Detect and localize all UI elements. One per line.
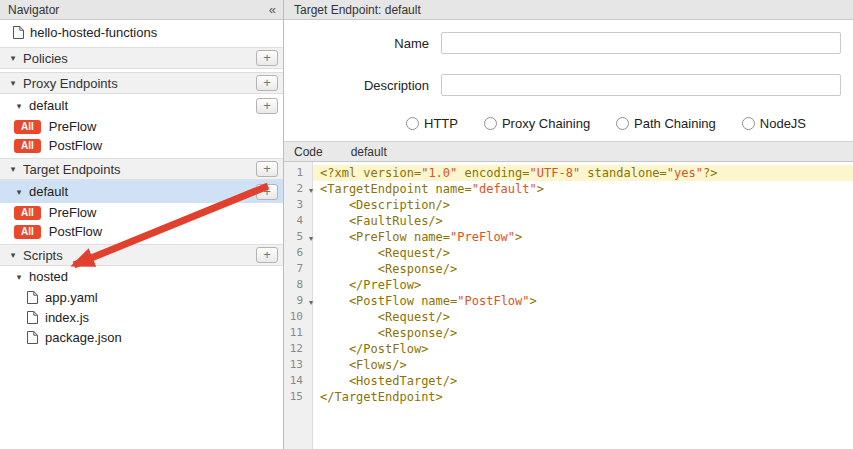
code-line-12[interactable]: 12 </PostFlow> — [284, 341, 853, 357]
section-header-target-endpoints[interactable]: ▾Target Endpoints+ — [0, 158, 283, 180]
code-line-5[interactable]: 5▾ <PreFlow name="PreFlow"> — [284, 229, 853, 245]
line-number: 8 — [284, 277, 313, 293]
collapse-panel-icon[interactable]: « — [269, 2, 275, 17]
code-line-2[interactable]: 2▾<TargetEndpoint name="default"> — [284, 181, 853, 197]
proxy-bundle-item[interactable]: hello-hosted-functions — [0, 20, 283, 44]
endpoint-label: default — [29, 98, 68, 113]
code-text: <HostedTarget/> — [313, 373, 853, 389]
add-flow-button[interactable]: + — [256, 184, 278, 200]
code-text: <Request/> — [313, 309, 853, 325]
code-text: <Request/> — [313, 245, 853, 261]
section-label: Proxy Endpoints — [23, 76, 118, 91]
disclosure-triangle-icon[interactable]: ▾ — [14, 272, 24, 282]
radio-button-icon — [742, 117, 755, 130]
endpoint-form: Name Description HTTPProxy ChainingPath … — [284, 20, 853, 141]
section-label: Target Endpoints — [23, 162, 121, 177]
code-text: <PostFlow name="PostFlow"> — [313, 293, 853, 309]
radio-http[interactable]: HTTP — [406, 116, 458, 131]
radio-proxy-chaining[interactable]: Proxy Chaining — [484, 116, 590, 131]
folder-label: hosted — [29, 269, 68, 284]
radio-label: Proxy Chaining — [502, 116, 590, 131]
detail-panel: Target Endpoint: default Name Descriptio… — [284, 0, 853, 449]
code-line-14[interactable]: 14 <HostedTarget/> — [284, 373, 853, 389]
disclosure-triangle-icon[interactable]: ▾ — [8, 53, 18, 63]
line-number: 11 — [284, 325, 313, 341]
radio-path-chaining[interactable]: Path Chaining — [616, 116, 716, 131]
section-header-scripts[interactable]: ▾Scripts+ — [0, 244, 283, 266]
line-number: 10 — [284, 309, 313, 325]
flow-label: PostFlow — [49, 224, 102, 239]
flow-condition-badge: All — [14, 225, 41, 239]
endpoint-item-default[interactable]: ▾default+ — [0, 94, 283, 117]
flow-label: PreFlow — [49, 205, 97, 220]
section-header-proxy-endpoints[interactable]: ▾Proxy Endpoints+ — [0, 72, 283, 94]
code-line-6[interactable]: 6 <Request/> — [284, 245, 853, 261]
code-line-1[interactable]: 1<?xml version="1.0" encoding="UTF-8" st… — [284, 165, 853, 181]
line-number: 2▾ — [284, 181, 313, 197]
code-text: <PreFlow name="PreFlow"> — [313, 229, 853, 245]
file-name: index.js — [45, 310, 89, 325]
disclosure-triangle-icon[interactable]: ▾ — [8, 250, 18, 260]
line-number: 13 — [284, 357, 313, 373]
disclosure-triangle-icon[interactable]: ▾ — [14, 187, 24, 197]
disclosure-triangle-icon[interactable]: ▾ — [8, 164, 18, 174]
code-text: <Response/> — [313, 261, 853, 277]
description-row: Description — [284, 74, 853, 96]
endpoint-label: default — [29, 184, 68, 199]
code-text: <Description/> — [313, 197, 853, 213]
code-line-10[interactable]: 10 <Request/> — [284, 309, 853, 325]
flow-item-preflow[interactable]: AllPreFlow — [0, 117, 283, 136]
code-line-7[interactable]: 7 <Response/> — [284, 261, 853, 277]
flow-label: PreFlow — [49, 119, 97, 134]
line-number: 3 — [284, 197, 313, 213]
file-icon — [27, 291, 38, 304]
detail-panel-title: Target Endpoint: default — [294, 3, 421, 17]
flow-item-postflow[interactable]: AllPostFlow — [0, 136, 283, 155]
navigator-tree: ▾Policies+▾Proxy Endpoints+▾default+AllP… — [0, 44, 283, 347]
description-label: Description — [284, 78, 429, 93]
flow-item-postflow[interactable]: AllPostFlow — [0, 222, 283, 241]
radio-nodejs[interactable]: NodeJS — [742, 116, 806, 131]
add-flow-button[interactable]: + — [256, 98, 278, 114]
code-editor[interactable]: 1<?xml version="1.0" encoding="UTF-8" st… — [284, 162, 853, 449]
file-item-package-json[interactable]: package.json — [0, 327, 283, 347]
add-scripts-button[interactable]: + — [256, 247, 278, 263]
code-text: <TargetEndpoint name="default"> — [313, 181, 853, 197]
proxy-bundle-label: hello-hosted-functions — [30, 25, 157, 40]
radio-label: Path Chaining — [634, 116, 716, 131]
flow-item-preflow[interactable]: AllPreFlow — [0, 203, 283, 222]
disclosure-triangle-icon[interactable]: ▾ — [8, 78, 18, 88]
file-name: package.json — [45, 330, 122, 345]
apigee-proxy-editor: Navigator « hello-hosted-functions ▾Poli… — [0, 0, 853, 449]
code-tab[interactable]: Code — [284, 145, 323, 159]
name-label: Name — [284, 36, 429, 51]
section-label: Scripts — [23, 248, 63, 263]
endpoint-item-default[interactable]: ▾default+ — [0, 180, 283, 203]
code-line-11[interactable]: 11 <Response/> — [284, 325, 853, 341]
line-number: 12 — [284, 341, 313, 357]
flow-condition-badge: All — [14, 120, 41, 134]
flow-condition-badge: All — [14, 139, 41, 153]
line-number: 14 — [284, 373, 313, 389]
file-item-index-js[interactable]: index.js — [0, 307, 283, 327]
code-line-4[interactable]: 4 <FaultRules/> — [284, 213, 853, 229]
section-header-policies[interactable]: ▾Policies+ — [0, 47, 283, 69]
folder-item-hosted[interactable]: ▾hosted — [0, 266, 283, 287]
code-line-13[interactable]: 13 <Flows/> — [284, 357, 853, 373]
code-line-8[interactable]: 8 </PreFlow> — [284, 277, 853, 293]
name-input[interactable] — [441, 32, 841, 54]
radio-button-icon — [616, 117, 629, 130]
code-line-9[interactable]: 9▾ <PostFlow name="PostFlow"> — [284, 293, 853, 309]
add-proxy-endpoints-button[interactable]: + — [256, 75, 278, 91]
line-number: 7 — [284, 261, 313, 277]
disclosure-triangle-icon[interactable]: ▾ — [14, 101, 24, 111]
radio-label: HTTP — [424, 116, 458, 131]
code-panel-header: Code default — [284, 141, 853, 162]
file-item-app-yaml[interactable]: app.yaml — [0, 287, 283, 307]
add-target-endpoints-button[interactable]: + — [256, 161, 278, 177]
code-text: <?xml version="1.0" encoding="UTF-8" sta… — [313, 165, 853, 181]
code-line-15[interactable]: 15</TargetEndpoint> — [284, 389, 853, 405]
add-policies-button[interactable]: + — [256, 50, 278, 66]
code-line-3[interactable]: 3 <Description/> — [284, 197, 853, 213]
description-input[interactable] — [441, 74, 841, 96]
